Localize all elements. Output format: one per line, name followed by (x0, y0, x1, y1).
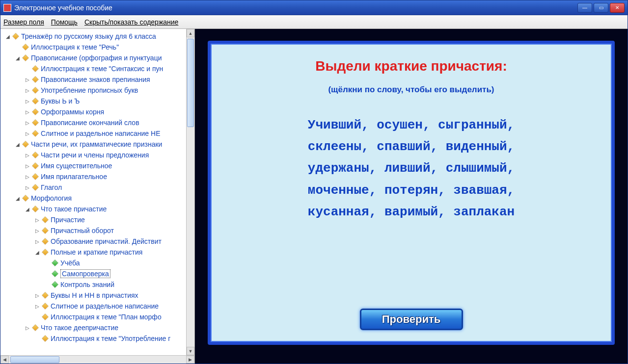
tree-item[interactable]: Учёба (1, 258, 194, 268)
tree-twisty-icon[interactable]: ◢ (14, 195, 21, 202)
tree-twisty-icon (44, 260, 51, 266)
tree-twisty-icon[interactable]: ▷ (24, 108, 31, 115)
tree-item[interactable]: ◢Правописание (орфография и пунктуаци (1, 52, 194, 63)
tree-twisty-icon[interactable]: ▷ (24, 152, 31, 158)
tree-item-label: Употребление прописных букв (41, 86, 138, 94)
tree-twisty-icon[interactable]: ▷ (34, 227, 41, 234)
menubar: Размер поля Помощь Скрыть/показать содер… (0, 15, 628, 29)
tree-item[interactable]: ▷Причастие (1, 214, 194, 225)
tree-item-label: Буквы Ь и Ъ (41, 97, 80, 105)
tree-twisty-icon[interactable]: ▷ (34, 216, 41, 223)
tree-item[interactable]: ▷Правописание знаков препинания (1, 74, 194, 85)
tree-item-label: Имя существительное (41, 162, 112, 170)
tree-item[interactable]: ▷Буквы Ь и Ъ (1, 96, 194, 106)
tree-twisty-icon[interactable]: ▷ (24, 184, 31, 191)
tree-twisty-icon[interactable]: ◢ (14, 54, 21, 61)
close-button[interactable]: ✕ (610, 3, 625, 13)
tree-item[interactable]: Иллюстрация к теме "Употребление г (1, 333, 194, 344)
tree-item[interactable]: ◢Что такое причастие (1, 204, 194, 214)
tree-twisty-icon[interactable]: ◢ (24, 206, 31, 212)
tree-twisty-icon[interactable]: ◢ (34, 249, 41, 256)
exercise-word[interactable]: осушен (377, 118, 423, 132)
tree-twisty-icon[interactable]: ◢ (14, 141, 21, 148)
tree-item[interactable]: ▷Употребление прописных букв (1, 85, 194, 96)
tree-item[interactable]: ◢Части речи, их грамматические признаки (1, 139, 194, 150)
tree-item[interactable]: Иллюстрация к теме "Речь" (1, 42, 194, 52)
tree-item[interactable]: ▷Буквы Н и НН в причастиях (1, 290, 194, 301)
scroll-up-arrow[interactable]: ▲ (187, 29, 194, 37)
exercise-word[interactable]: потерян (384, 183, 438, 198)
scroll-thumb-h[interactable] (10, 356, 59, 363)
tree-item[interactable]: ▷Слитное и раздельное написание (1, 301, 194, 312)
exercise-word[interactable]: Учивший (308, 118, 361, 132)
scroll-left-arrow[interactable]: ◀ (0, 356, 9, 364)
tree-item[interactable]: ◢Полные и краткие причастия (1, 247, 194, 258)
tree-item[interactable]: ▷Глагол (1, 182, 194, 193)
tree-item[interactable]: Иллюстрация к теме "Синтаксис и пун (1, 63, 194, 74)
app-icon (3, 4, 11, 12)
tree-item[interactable]: ▷Слитное и раздельное написание НЕ (1, 128, 194, 139)
check-button[interactable]: Проверить (360, 309, 463, 330)
tree-item[interactable]: ▷Что такое деепричастие (1, 322, 194, 333)
tree-item[interactable]: Самопроверка (1, 268, 194, 279)
exercise-word[interactable]: ливший (384, 161, 431, 176)
tree-item[interactable]: ▷Имя прилагательное (1, 171, 194, 182)
tree-item[interactable]: ▷Части речи и члены предложения (1, 150, 194, 160)
tree-twisty-icon[interactable]: ▷ (24, 324, 31, 331)
tree-twisty-icon[interactable]: ▷ (34, 238, 41, 245)
tree-twisty-icon[interactable]: ▷ (24, 76, 31, 83)
scroll-down-arrow[interactable]: ▼ (187, 347, 194, 355)
maximize-button[interactable]: ▭ (594, 3, 608, 13)
tree-twisty-icon[interactable]: ▷ (24, 162, 31, 169)
toc-tree[interactable]: ◢Тренажёр по русскому языку для 6 класса… (0, 29, 194, 355)
book-icon (32, 76, 39, 83)
tree-item[interactable]: ◢Тренажёр по русскому языку для 6 класса (1, 31, 194, 42)
tree-item[interactable]: Иллюстрация к теме "План морфо (1, 312, 194, 322)
tree-item[interactable]: ◢Морфология (1, 193, 194, 204)
tree-twisty-icon[interactable]: ▷ (34, 303, 41, 310)
tree-item-label: Слитное и раздельное написание (51, 302, 159, 310)
scroll-thumb[interactable] (187, 39, 194, 127)
exercise-word[interactable]: варимый (384, 205, 438, 219)
tree-scrollbar-vertical[interactable]: ▲ ▼ (186, 29, 194, 355)
tree-item[interactable]: ▷Имя существительное (1, 160, 194, 171)
tree-twisty-icon[interactable]: ▷ (24, 119, 31, 126)
exercise-word[interactable]: виденный (446, 139, 507, 154)
content-area: ◢Тренажёр по русскому языку для 6 класса… (0, 29, 628, 364)
tree-item[interactable]: Контроль знаний (1, 279, 194, 290)
exercise-word[interactable]: заплакан (453, 205, 515, 219)
exercise-word[interactable]: кусанная (308, 205, 369, 219)
tree-twisty-icon[interactable]: ▷ (24, 87, 31, 94)
tree-item-label: Причастный оборот (51, 227, 114, 234)
window-controls: — ▭ ✕ (577, 3, 625, 13)
tree-item[interactable]: ▷Образование причастий. Действит (1, 236, 194, 247)
tree-twisty-icon[interactable]: ◢ (4, 33, 11, 40)
tree-item[interactable]: ▷Орфограммы корня (1, 106, 194, 117)
exercise-word[interactable]: моченные (308, 183, 369, 198)
book-icon (22, 195, 29, 202)
tree-item[interactable]: ▷Причастный оборот (1, 225, 194, 236)
book-icon (12, 33, 19, 40)
tree-twisty-icon[interactable]: ▷ (24, 130, 31, 137)
tree-item[interactable]: ▷Правописание окончаний слов (1, 117, 194, 128)
tree-scrollbar-horizontal[interactable]: ◀ ▶ (0, 355, 194, 364)
tree-twisty-icon[interactable]: ▷ (34, 292, 41, 299)
book-icon (42, 227, 49, 234)
exercise-word[interactable]: склеены (308, 139, 361, 154)
exercise-word[interactable]: слышимый (446, 161, 507, 176)
tree-twisty-icon[interactable]: ▷ (24, 173, 31, 180)
exercise-word[interactable]: удержаны (308, 161, 369, 176)
book-icon (32, 173, 39, 180)
exercise-word[interactable]: спавший (377, 139, 430, 154)
book-icon (42, 216, 49, 223)
tree-item-label: Части речи и члены предложения (41, 151, 149, 159)
exercise-word[interactable]: звавшая (453, 183, 507, 198)
menu-field-size[interactable]: Размер поля (3, 18, 44, 26)
tree-twisty-icon[interactable]: ▷ (24, 98, 31, 104)
tree-item-label: Иллюстрация к теме "Употребление г (51, 335, 170, 342)
menu-toggle-toc[interactable]: Скрыть/показать содержание (84, 18, 178, 26)
exercise-word[interactable]: сыгранный (438, 118, 507, 132)
minimize-button[interactable]: — (577, 3, 592, 13)
scroll-right-arrow[interactable]: ▶ (186, 356, 194, 364)
menu-help[interactable]: Помощь (51, 18, 78, 26)
